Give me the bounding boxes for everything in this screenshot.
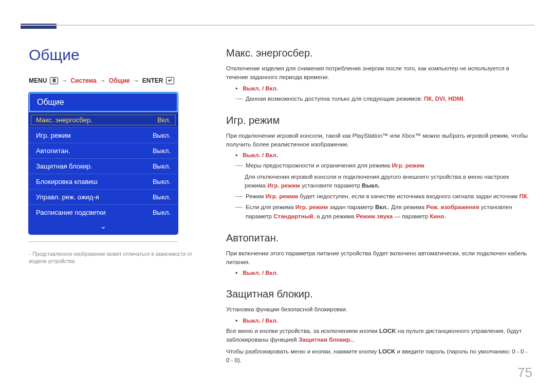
section-title: Макс. энергосбер.: [226, 47, 530, 59]
note-text: .: [464, 96, 465, 102]
option-values: Выкл. / Вкл.: [243, 85, 278, 92]
note-line: ― Если для режима Игр. режим задан парам…: [235, 203, 530, 221]
menu-icon: Ⅲ: [50, 77, 58, 84]
section-title: Игр. режим: [226, 115, 530, 126]
menu-item-label: Макс. энергосбер.: [36, 116, 92, 124]
menu-item-label: Автопитан.: [36, 147, 70, 155]
note-text: .: [444, 213, 446, 219]
note-bold: Выкл.: [362, 182, 380, 189]
osd-menu-item-game-mode[interactable]: Игр. режим Выкл.: [29, 127, 178, 143]
osd-menu-item-backlight-schedule[interactable]: Расписание подсветки Выкл.: [29, 204, 178, 220]
menu-item-label: Блокировка клавиш: [36, 178, 98, 185]
option-bullet: •Выкл. / Вкл.: [235, 318, 530, 325]
note-text: , а для режима: [313, 213, 356, 219]
breadcrumb-general: Общие: [109, 77, 130, 84]
menu-disclaimer: -Представленное изображение может отлича…: [29, 251, 203, 265]
menu-item-value: Выкл.: [153, 193, 171, 201]
section-title: Защитная блокир.: [226, 288, 530, 300]
note-text: будет недоступен, если в качестве источн…: [298, 193, 519, 199]
note-text: задан параметр: [328, 204, 375, 210]
note-highlight: Реж. изображения: [426, 204, 479, 210]
note-line: ― Меры предосторожности и ограничения дл…: [235, 161, 530, 170]
note-text: Меры предосторожности и ограничения для …: [246, 162, 392, 169]
option-values: Выкл. / Вкл.: [243, 152, 278, 159]
note-text: Если для режима: [246, 204, 295, 210]
menu-item-value: Выкл.: [153, 132, 171, 139]
note-text: Данная возможность доступна только для с…: [246, 96, 424, 102]
section-max-energy: Макс. энергосбер. Отключение изделия для…: [226, 47, 530, 103]
section-safety-lock: Защитная блокир. Установка функции безоп…: [226, 288, 530, 365]
osd-menu-item-auto-power[interactable]: Автопитан. Выкл.: [29, 143, 178, 158]
menu-item-value: Выкл.: [153, 147, 171, 155]
section-desc: Отключение изделия для снижения потребле…: [226, 64, 530, 82]
menu-item-value: Вкл.: [157, 116, 171, 124]
menu-item-value: Выкл.: [153, 209, 171, 216]
note-text: установите параметр: [300, 182, 362, 189]
note-line: ― Данная возможность доступна только для…: [235, 95, 530, 103]
note-highlight: ПК: [519, 193, 527, 199]
section-desc: При подключении игровой консоли, такой к…: [226, 132, 530, 150]
content-area: Макс. энергосбер. Отключение изделия для…: [226, 47, 530, 377]
menu-note-rule: [29, 241, 178, 242]
page-title: Общие: [29, 46, 80, 64]
osd-menu-item-standby[interactable]: Управл. реж. ожид-я Выкл.: [29, 189, 178, 204]
osd-menu-item-key-lock[interactable]: Блокировка клавиш Выкл.: [29, 174, 178, 189]
section-para: Чтобы разблокировать меню и кнопки, нажм…: [226, 347, 530, 365]
breadcrumb-system: Система: [70, 77, 97, 84]
menu-item-label: Расписание подсветки: [36, 209, 106, 216]
breadcrumb-enter: ENTER: [142, 77, 163, 84]
note-subline: Для отключения игровой консоли и подключ…: [245, 173, 530, 191]
note-text: . Для режима: [388, 204, 427, 210]
menu-item-value: Выкл.: [153, 178, 171, 185]
menu-item-value: Выкл.: [153, 162, 171, 170]
section-desc: Установка функции безопасной блокировки.: [226, 305, 530, 314]
note-highlight: Игр. режим: [266, 193, 298, 199]
osd-menu-more[interactable]: ⌄: [29, 220, 178, 234]
option-values: Выкл. / Вкл.: [243, 270, 278, 277]
note-line: ― Режим Игр. режим будет недоступен, есл…: [235, 192, 530, 201]
note-highlight: Игр. режим: [267, 182, 300, 189]
section-para: Все меню и кнопки устройства, за исключе…: [226, 327, 530, 345]
enter-icon: ↵: [166, 77, 174, 84]
menu-item-label: Защитная блокир.: [36, 162, 92, 170]
note-text: .: [527, 193, 529, 199]
option-bullet: •Выкл. / Вкл.: [235, 85, 530, 92]
arrow-icon: →: [133, 77, 139, 84]
menu-item-label: Управл. реж. ожид-я: [36, 193, 99, 201]
menu-item-label: Игр. режим: [36, 132, 71, 139]
osd-menu-item-max-energy[interactable]: Макс. энергосбер. Вкл.: [29, 112, 178, 127]
osd-menu-panel: Общие Макс. энергосбер. Вкл. Игр. режим …: [29, 92, 178, 234]
note-highlight: Режим звука: [356, 213, 393, 219]
note-highlight: Стандартный: [273, 213, 313, 219]
section-desc: При включении этого параметра питание ус…: [226, 249, 530, 267]
menu-disclaimer-text: Представленное изображение может отличат…: [29, 251, 192, 264]
breadcrumb: MENU Ⅲ → Система → Общие → ENTER ↵: [29, 77, 174, 84]
osd-menu-header: Общие: [29, 92, 178, 112]
option-bullet: •Выкл. / Вкл.: [235, 270, 530, 277]
chevron-down-icon: ⌄: [100, 222, 106, 230]
option-values: Выкл. / Вкл.: [243, 318, 278, 325]
arrow-icon: →: [100, 77, 106, 84]
note-highlight: Кино: [430, 213, 444, 219]
note-highlight: Игр. режим: [392, 162, 424, 169]
note-highlight: Игр. режим: [295, 204, 328, 210]
note-bold: Вкл.: [375, 204, 388, 210]
osd-menu-item-safety-lock[interactable]: Защитная блокир. Выкл.: [29, 158, 178, 174]
breadcrumb-menu: MENU: [29, 77, 47, 84]
note-text: Режим: [246, 193, 266, 199]
header-rule: [21, 25, 534, 26]
option-bullet: •Выкл. / Вкл.: [235, 152, 530, 159]
page-number: 75: [517, 365, 532, 381]
section-auto-power: Автопитан. При включении этого параметра…: [226, 232, 530, 277]
note-text: — параметр: [393, 213, 430, 219]
arrow-icon: →: [61, 77, 67, 84]
note-highlight: ПК, DVI, HDMI: [424, 96, 464, 102]
section-title: Автопитан.: [226, 232, 530, 244]
section-game-mode: Игр. режим При подключении игровой консо…: [226, 115, 530, 221]
